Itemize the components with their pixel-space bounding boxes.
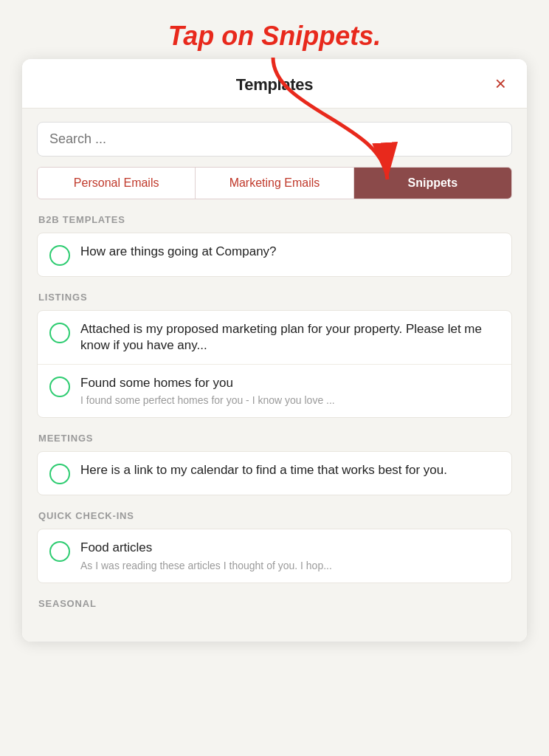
search-container[interactable] (37, 122, 512, 157)
radio-circle (49, 541, 70, 562)
template-item[interactable]: Here is a link to my calendar to find a … (38, 452, 511, 495)
section-label-seasonal: Seasonal (37, 598, 512, 609)
radio-circle (49, 245, 70, 266)
template-title: Attached is my proposed marketing plan f… (80, 321, 500, 354)
section-seasonal: Seasonal (37, 598, 512, 609)
template-list-b2b: How are things going at Company? (37, 233, 512, 277)
section-meetings: Meetings Here is a link to my calendar t… (37, 433, 512, 495)
templates-modal: Templates × Personal Emails Marketing Em… (22, 59, 527, 642)
template-item[interactable]: Attached is my proposed marketing plan f… (38, 311, 511, 365)
section-label-listings: Listings (37, 292, 512, 303)
template-content: How are things going at Company? (80, 244, 500, 260)
template-item[interactable]: Food articles As I was reading these art… (38, 529, 511, 582)
section-listings: Listings Attached is my proposed marketi… (37, 292, 512, 418)
instruction-text: Tap on Snippets. (0, 0, 549, 59)
template-title: Here is a link to my calendar to find a … (80, 462, 500, 478)
modal-body: Personal Emails Marketing Emails Snippet… (22, 109, 527, 642)
radio-circle (49, 323, 70, 343)
section-label-meetings: Meetings (37, 433, 512, 444)
section-b2b-templates: B2B Templates How are things going at Co… (37, 214, 512, 277)
template-content: Attached is my proposed marketing plan f… (80, 321, 500, 354)
tab-personal-emails[interactable]: Personal Emails (38, 168, 196, 199)
template-subtitle: I found some perfect homes for you - I k… (80, 394, 500, 407)
radio-circle (49, 464, 70, 484)
template-content: Food articles As I was reading these art… (80, 540, 500, 571)
close-button[interactable]: × (489, 71, 512, 96)
template-item[interactable]: How are things going at Company? (38, 233, 511, 276)
search-input[interactable] (49, 131, 500, 147)
section-quick-checkins: Quick Check-ins Food articles As I was r… (37, 510, 512, 583)
template-content: Here is a link to my calendar to find a … (80, 462, 500, 478)
tabs-row: Personal Emails Marketing Emails Snippet… (37, 167, 512, 199)
template-title: How are things going at Company? (80, 244, 500, 260)
template-title: Food articles (80, 540, 500, 556)
section-label-b2b: B2B Templates (37, 214, 512, 225)
template-list-meetings: Here is a link to my calendar to find a … (37, 451, 512, 495)
modal-header: Templates × (22, 59, 527, 109)
template-list-listings: Attached is my proposed marketing plan f… (37, 310, 512, 418)
modal-title: Templates (236, 75, 314, 94)
radio-circle (49, 377, 70, 397)
section-label-quick-checkins: Quick Check-ins (37, 510, 512, 521)
tab-marketing-emails[interactable]: Marketing Emails (196, 168, 353, 199)
template-title: Found some homes for you (80, 375, 500, 391)
template-item[interactable]: Found some homes for you I found some pe… (38, 365, 511, 417)
template-content: Found some homes for you I found some pe… (80, 375, 500, 407)
template-list-quick-checkins: Food articles As I was reading these art… (37, 529, 512, 583)
template-subtitle: As I was reading these articles I though… (80, 559, 500, 572)
tab-snippets[interactable]: Snippets (354, 168, 511, 199)
